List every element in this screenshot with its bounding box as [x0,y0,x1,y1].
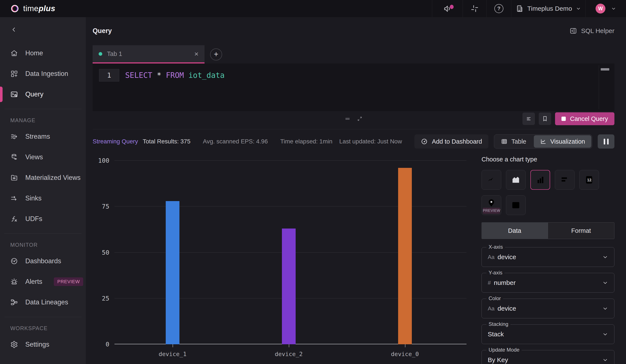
bar-device_2 [282,229,296,344]
sidebar-item-streams[interactable]: Streams [0,126,86,147]
gauge-icon [421,138,428,145]
pause-icon [607,139,609,145]
format-sql-button[interactable] [522,113,535,125]
announcements-button[interactable] [432,0,463,17]
topbar: timeplus ? [0,0,626,17]
string-type-icon: Aa [488,305,495,312]
field-value: By Key [488,356,508,364]
bookmark-button[interactable] [539,113,551,125]
sidebar-item-data-lineages[interactable]: Data Lineages [0,292,86,313]
sidebar-item-query[interactable]: Query [0,84,86,105]
chart-type-area[interactable] [506,170,526,190]
sidebar-item-home[interactable]: Home [0,43,86,63]
workspace-switcher[interactable]: Timeplus Demo [511,0,586,17]
stacking-select[interactable]: Stacking Stack [481,324,614,344]
visualization-label: Visualization [550,138,585,145]
sidebar-item-label: Views [25,153,43,161]
chevron-down-icon [602,357,608,363]
view-mode-toggle: Table Visualization [494,134,592,149]
screen: timeplus ? [0,0,626,364]
y-axis-select[interactable]: Y-axis # number [481,273,614,293]
update-mode-select[interactable]: Update Mode By Key [481,350,614,364]
help-button[interactable]: ? [486,0,511,17]
x-axis-select[interactable]: X-axis Aa device [481,247,614,267]
chart-type-row-2: PREVIEW [481,195,614,215]
alerts-siren-icon [10,278,18,285]
field-label: Update Mode [486,347,522,353]
line-chart-icon [540,138,547,145]
tab-data[interactable]: Data [481,222,548,239]
sql-helper-button[interactable]: SQL Helper [569,27,614,35]
streaming-status-dot [99,52,102,56]
page-header: Query SQL Helper [93,25,614,37]
topbar-actions: ? Timeplus Demo W [432,0,626,17]
sidebar-item-views[interactable]: Views [0,147,86,167]
sidebar-item-label: Materialized Views [25,174,80,182]
sidebar-item-label: Sinks [25,195,41,202]
results-area: 0255075100device_1device_2device_0 Choos… [93,153,614,364]
tab-tab1[interactable]: Tab 1 × [93,45,204,63]
y-tick-label: 0 [106,341,109,348]
chevron-down-icon [602,305,608,312]
notification-dot [450,5,454,9]
line-chart-type-icon [486,175,496,185]
table-view-button[interactable]: Table [494,135,533,148]
total-results: Total Results: 375 [143,138,191,145]
sidebar-item-sinks[interactable]: Sinks [0,188,86,208]
active-indicator [0,87,2,102]
string-type-icon: Aa [488,254,495,260]
chart-type-single-value[interactable]: 12 [579,170,599,190]
single-value-chart-type-icon: 12 [584,175,594,185]
tab-close-icon[interactable]: × [194,50,198,57]
sidebar-section-monitor: MONITOR [0,241,86,249]
minimap-scrollbar[interactable] [601,68,609,71]
sql-editor[interactable]: 1 SELECT * FROM iot_data [93,63,614,111]
x-axis-label: device_0 [391,351,419,357]
sidebar-item-label: Settings [25,341,49,348]
chart-type-line[interactable] [481,170,501,190]
sidebar-item-materialized-views[interactable]: Materialized Views [0,167,86,188]
add-to-dashboard-button[interactable]: Add to Dashboard [414,134,489,149]
chart-type-bar[interactable] [530,170,550,190]
last-updated: Last updated: Just Now [339,138,402,145]
help-icon: ? [494,4,503,13]
area-chart-type-icon [511,175,521,185]
sql-code[interactable]: SELECT * FROM iot_data [125,69,225,81]
timeplus-logo: timeplus [0,3,55,14]
expand-icon[interactable] [357,116,363,122]
chart-type-horizontal-bar[interactable] [555,170,575,190]
pause-query-button[interactable] [598,134,614,149]
data-format-tabs: Data Format [481,222,614,239]
cancel-query-button[interactable]: Cancel Query [555,112,614,125]
tab-format[interactable]: Format [548,222,614,239]
account-menu[interactable]: W [586,0,626,17]
preview-badge: PREVIEW [54,277,83,286]
workspace-name: Timeplus Demo [527,5,572,12]
divider [4,109,81,109]
sidebar-item-data-ingestion[interactable]: Data Ingestion [0,63,86,84]
views-icon [10,153,18,161]
drag-handle-icon[interactable] [344,116,351,122]
sidebar-item-dashboards[interactable]: Dashboards [0,251,86,271]
sidebar-item-udfs[interactable]: UDFs [0,208,86,229]
sidebar-item-label: Data Ingestion [25,70,68,78]
format-lines-icon [525,116,532,122]
sidebar-item-settings[interactable]: Settings [0,334,86,355]
chart-type-table[interactable] [506,195,526,215]
chart-type-map[interactable]: PREVIEW [481,195,501,215]
chart-plot-area: 0255075100device_1device_2device_0 [115,161,467,344]
slack-button[interactable] [463,0,486,17]
add-tab-button[interactable]: + [210,48,222,60]
y-tick-label: 25 [102,295,109,302]
chart-type-row-1: 12 [481,170,614,190]
visualization-view-button[interactable]: Visualization [534,135,591,148]
sidebar-item-alerts[interactable]: Alerts PREVIEW [0,271,86,292]
slack-icon [470,4,479,13]
sidebar-section-workspace: WORKSPACE [0,324,86,332]
query-status: Streaming Query Total Results: 375 Avg. … [93,138,402,145]
results-toolbar: Streaming Query Total Results: 375 Avg. … [93,129,614,149]
materialized-views-icon [10,174,18,182]
tab-label: Tab 1 [107,50,122,57]
color-select[interactable]: Color Aa device [481,299,614,318]
sidebar-collapse-button[interactable] [0,23,86,37]
